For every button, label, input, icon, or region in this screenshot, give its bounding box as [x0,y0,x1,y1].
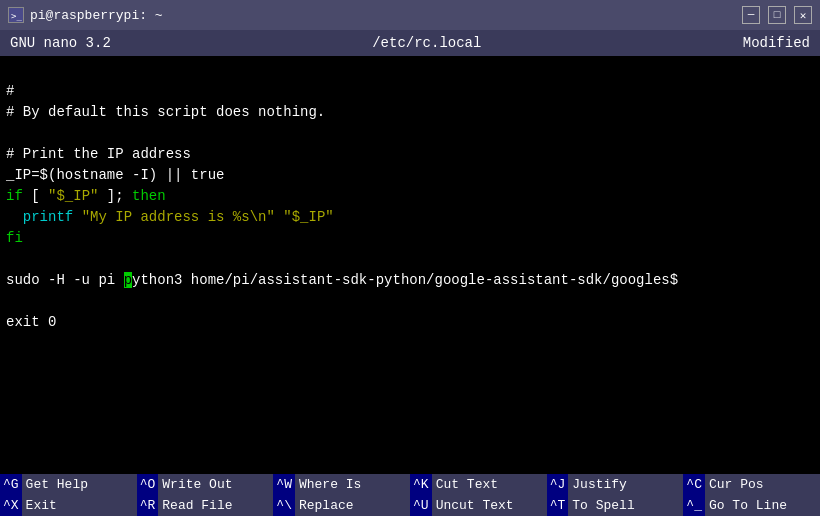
shortcut-label: Cur Pos [705,477,768,492]
shortcut-item[interactable]: ^_Go To Line [683,495,820,516]
shortcut-key: ^O [137,474,159,495]
close-button[interactable]: ✕ [794,6,812,24]
shortcut-key: ^C [683,474,705,495]
editor-line: # [6,81,814,102]
shortcut-item[interactable]: ^XExit [0,495,137,516]
shortcut-label: Go To Line [705,498,791,513]
shortcut-item[interactable]: ^OWrite Out [137,474,274,495]
shortcut-item[interactable]: ^GGet Help [0,474,137,495]
shortcut-key: ^U [410,495,432,516]
nano-modified: Modified [743,35,810,51]
editor-area[interactable]: # # By default this script does nothing.… [0,56,820,474]
bottom-bar: ^GGet Help^OWrite Out^WWhere Is^KCut Tex… [0,474,820,516]
shortcut-row-1: ^GGet Help^OWrite Out^WWhere Is^KCut Tex… [0,474,820,495]
nano-version: GNU nano 3.2 [10,35,111,51]
shortcut-key: ^R [137,495,159,516]
editor-line [6,249,814,270]
shortcut-key: ^T [547,495,569,516]
shortcut-label: Replace [295,498,358,513]
svg-text:>_: >_ [11,11,22,21]
editor-line: # Print the IP address [6,144,814,165]
shortcut-key: ^X [0,495,22,516]
shortcut-key: ^W [273,474,295,495]
editor-line [6,123,814,144]
shortcut-key: ^_ [683,495,705,516]
shortcut-row-2: ^XExit^RRead File^\Replace^UUncut Text^T… [0,495,820,516]
shortcut-item[interactable]: ^JJustify [547,474,684,495]
shortcut-label: Where Is [295,477,365,492]
shortcut-item[interactable]: ^KCut Text [410,474,547,495]
editor-line: # By default this script does nothing. [6,102,814,123]
editor-line: exit 0 [6,312,814,333]
shortcut-item[interactable]: ^\Replace [273,495,410,516]
shortcut-label: Cut Text [432,477,502,492]
editor-line: printf "My IP address is %s\n" "$_IP" [6,207,814,228]
titlebar-title: pi@raspberrypi: ~ [30,8,163,23]
editor-line [6,291,814,312]
shortcut-label: To Spell [568,498,638,513]
nano-header: GNU nano 3.2 /etc/rc.local Modified [0,30,820,56]
shortcut-item[interactable]: ^WWhere Is [273,474,410,495]
shortcut-key: ^K [410,474,432,495]
editor-line [6,60,814,81]
titlebar: >_ pi@raspberrypi: ~ ─ □ ✕ [0,0,820,30]
shortcut-item[interactable]: ^TTo Spell [547,495,684,516]
shortcut-label: Uncut Text [432,498,518,513]
shortcut-label: Read File [158,498,236,513]
shortcut-item[interactable]: ^CCur Pos [683,474,820,495]
shortcut-key: ^G [0,474,22,495]
nano-filename: /etc/rc.local [372,35,481,51]
shortcut-label: Get Help [22,477,92,492]
maximize-button[interactable]: □ [768,6,786,24]
editor-line: _IP=$(hostname -I) || true [6,165,814,186]
shortcut-label: Justify [568,477,631,492]
shortcut-label: Exit [22,498,61,513]
terminal-icon: >_ [8,7,24,23]
titlebar-left: >_ pi@raspberrypi: ~ [8,7,163,23]
shortcut-key: ^J [547,474,569,495]
minimize-button[interactable]: ─ [742,6,760,24]
shortcut-item[interactable]: ^UUncut Text [410,495,547,516]
editor-line: sudo -H -u pi python3 home/pi/assistant-… [6,270,814,291]
editor-line: if [ "$_IP" ]; then [6,186,814,207]
editor-line: fi [6,228,814,249]
shortcut-item[interactable]: ^RRead File [137,495,274,516]
shortcut-key: ^\ [273,495,295,516]
titlebar-controls: ─ □ ✕ [742,6,812,24]
shortcut-label: Write Out [158,477,236,492]
